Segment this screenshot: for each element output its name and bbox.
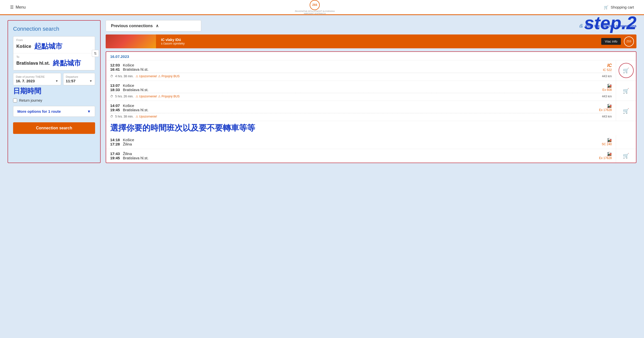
banner-title: IC vlaky IDú	[161, 38, 596, 42]
banner-image	[106, 34, 156, 48]
date-label: Date of journey THERE	[16, 75, 58, 78]
cart-label: Shopping cart	[611, 5, 634, 9]
prev-connections-chevron-icon: ∧	[156, 23, 159, 28]
train-badge: 🚂 Ex 17628	[599, 152, 612, 160]
duration: 5 hrs. 38 min.	[115, 115, 134, 118]
date-chevron-icon: ▼	[55, 79, 58, 83]
warning: ⚠ Upozornenie! ⚠ Prípojný BUS	[136, 74, 180, 78]
cart-icon: 🛒	[623, 153, 629, 159]
more-options-button[interactable]: More options for 1 route ▼	[13, 106, 95, 117]
search-button-label: Connection search	[36, 126, 72, 130]
connection-row: 17:43 Žilina 19:45 Bratislava hl.st. 🚂 E…	[106, 149, 636, 163]
train-num: Ex 17628	[599, 108, 612, 112]
connection-main: 14:07 Košice 19:45 Bratislava hl.st. 🚂 E…	[106, 101, 616, 121]
distance: 443 km	[602, 95, 612, 98]
top-row: Previous connections ∧ 🖨 Print the selec…	[106, 20, 636, 31]
departure-chevron-icon: ▼	[89, 79, 92, 83]
menu-label: Menu	[16, 5, 26, 10]
cart-icon: 🛒	[623, 88, 629, 94]
departure-label: Departure	[66, 75, 92, 78]
duration: 5 hrs. 26 min.	[115, 95, 134, 98]
from-field[interactable]: From Košice 起點城市	[13, 36, 95, 53]
return-journey-checkbox[interactable]	[13, 98, 17, 102]
previous-connections-button[interactable]: Previous connections ∧	[106, 20, 201, 31]
connection-top: 14:07 Košice 19:45 Bratislava hl.st. 🚂 E…	[110, 103, 612, 112]
train-icon: 🚂	[602, 83, 612, 88]
connection-top: 12:03 Košice 16:41 Bratislava hl.st. IC …	[110, 63, 612, 72]
arr-city: Žilina	[123, 142, 132, 146]
arr-time: 19:45	[110, 108, 120, 112]
arr-city: Bratislava hl.st.	[123, 156, 148, 160]
connection-info: ⏱ 5 hrs. 26 min. ⚠ Upozornenie! ⚠ Prípoj…	[110, 93, 612, 98]
connection-top: 13:07 Košice 18:33 Bratislava hl.st. 🚂 E…	[110, 83, 612, 92]
train-badge: IC IC 522	[603, 63, 612, 72]
viac-info-button[interactable]: Viac info	[601, 38, 621, 45]
dep-city: Žilina	[123, 152, 132, 156]
to-field[interactable]: To Bratislava hl.st. 終點城市	[13, 53, 95, 70]
distance: 443 km	[602, 74, 612, 78]
connection-info: ⏱ 4 hrs. 38 min. ⚠ Upozornenie! ⚠ Prípoj…	[110, 73, 612, 78]
add-to-cart-cell[interactable]	[616, 135, 636, 149]
connection-main: 17:43 Žilina 19:45 Bratislava hl.st. 🚂 E…	[106, 149, 616, 163]
cart-icon: 🛒	[623, 67, 629, 73]
viac-info-label: Viac info	[605, 40, 617, 43]
date-annotation: 日期時間	[13, 87, 41, 95]
add-to-cart-cell[interactable]: 🛒	[616, 149, 636, 163]
dep-city: Košice	[123, 63, 134, 67]
more-options-chevron-icon: ▼	[87, 109, 91, 114]
add-to-cart-cell[interactable]: 🛒	[616, 60, 636, 81]
arr-city: Bratislava hl.st.	[123, 108, 148, 112]
add-to-cart-cell[interactable]: 🛒	[616, 81, 636, 101]
train-icon: 🚂	[599, 152, 612, 156]
search-panel: Connection search From Košice 起點城市 To Br…	[8, 20, 101, 163]
return-journey-row: Return journey	[13, 98, 95, 102]
panel-title: Connection search	[13, 26, 95, 32]
from-annotation: 起點城市	[34, 42, 62, 51]
dep-time: 17:43	[110, 152, 120, 156]
train-badge: 🚂 SC 240	[602, 138, 612, 146]
arr-time: 17:28	[110, 142, 120, 146]
connection-main: 14:18 Košice 17:28 Žilina 🚂 SC 240	[106, 135, 616, 149]
connection-stops: 14:07 Košice 19:45 Bratislava hl.st.	[110, 103, 599, 112]
connection-row: 14:18 Košice 17:28 Žilina 🚂 SC 240	[106, 135, 636, 149]
connection-top: 14:18 Košice 17:28 Žilina 🚂 SC 240	[110, 138, 612, 146]
date-field[interactable]: Date of journey THERE 16. 7. 2023 ▼	[13, 73, 61, 85]
menu-icon: ☰	[10, 5, 14, 10]
arr-city: Bratislava hl.st.	[123, 88, 148, 92]
site-logo: ZSS ŽELEZNIČNÁ SPOLOČNOSŤ SLOVENSKANÁROD…	[295, 0, 335, 15]
prev-connections-label: Previous connections	[111, 24, 153, 28]
connection-stops: 17:43 Žilina 19:45 Bratislava hl.st.	[110, 152, 599, 160]
dep-time: 12:03	[110, 63, 120, 67]
cart-icon: 🛒	[623, 108, 629, 114]
date-departure-row: Date of journey THERE 16. 7. 2023 ▼ Depa…	[13, 73, 95, 85]
shopping-cart-button[interactable]: 🛒 Shopping cart	[604, 5, 634, 10]
more-options-label: More options for 1 route	[17, 109, 61, 114]
connection-row: 13:07 Košice 18:33 Bratislava hl.st. 🚂 E…	[106, 81, 636, 101]
connection-info: ⏱ 5 hrs. 38 min. ⚠ Upozornenie! 443 km	[110, 113, 612, 118]
add-to-cart-cell[interactable]: 🛒	[616, 101, 636, 121]
departure-field[interactable]: Departure 11:57 ▼	[63, 73, 95, 85]
clock-icon: ⏱	[110, 115, 113, 118]
cart-circle: 🛒	[619, 63, 634, 78]
connection-stops: 13:07 Košice 18:33 Bratislava hl.st.	[110, 83, 602, 92]
connection-stops: 12:03 Košice 16:41 Bratislava hl.st.	[110, 63, 603, 71]
header: ☰ Menu ZSS ŽELEZNIČNÁ SPOLOČNOSŤ SLOVENS…	[0, 0, 644, 15]
bottom-annotation: 選擇你要的時間班次以及要不要轉車等等	[106, 121, 636, 135]
dep-city: Košice	[123, 103, 134, 108]
train-num: Ex 608	[602, 88, 612, 92]
clock-icon: ⏱	[110, 95, 113, 98]
main-content: step.2 Connection search From Košice 起點城…	[0, 15, 644, 168]
logo-circle: ZSS	[310, 0, 320, 10]
dep-city: Košice	[123, 83, 134, 88]
distance: 443 km	[602, 115, 612, 118]
return-journey-label: Return journey	[19, 98, 42, 102]
connection-main: 12:03 Košice 16:41 Bratislava hl.st. IC …	[106, 60, 616, 81]
swap-button[interactable]: ⇅	[92, 50, 99, 57]
connection-row: 14:07 Košice 19:45 Bratislava hl.st. 🚂 E…	[106, 101, 636, 121]
from-city: Košice	[16, 44, 31, 49]
search-button[interactable]: Connection search	[13, 122, 95, 134]
arr-time: 16:41	[110, 67, 120, 71]
train-num: SC 240	[602, 142, 612, 146]
menu-button[interactable]: ☰ Menu	[10, 5, 26, 10]
train-icon: 🚂	[602, 138, 612, 142]
